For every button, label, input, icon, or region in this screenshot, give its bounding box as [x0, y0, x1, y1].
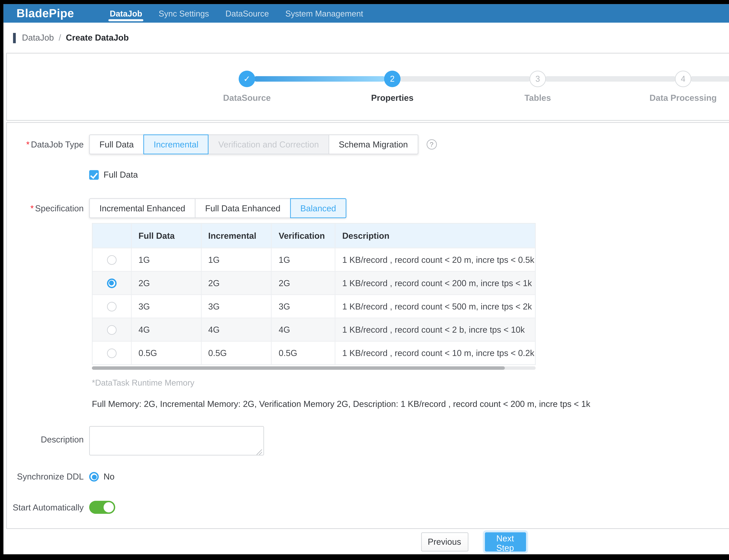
description-textarea-wrap [89, 426, 264, 458]
spec-row-4g[interactable]: 4G 4G 4G 1 KB/record , record count < 2 … [93, 318, 535, 341]
synchronize-ddl-row: Synchronize DDL No [7, 472, 729, 482]
page-title: Create DataJob [66, 33, 129, 43]
breadcrumb: DataJob / Create DataJob [4, 23, 729, 53]
top-nav: BladePipe DataJob Sync Settings DataSour… [4, 4, 729, 23]
nav-item-datasource[interactable]: DataSource [217, 4, 277, 23]
cell-full: 3G [132, 295, 201, 318]
radio-cell [93, 295, 132, 318]
full-data-checkbox-row: Full Data [7, 170, 729, 180]
spec-full-data-enhanced-button[interactable]: Full Data Enhanced [195, 198, 291, 218]
toggle-knob [104, 502, 114, 512]
spec-table-header: Full Data Incremental Verification Descr… [93, 224, 535, 248]
datajob-type-options: Full Data Incremental Verification and C… [89, 134, 418, 154]
app-logo[interactable]: BladePipe [16, 7, 74, 20]
wizard-footer: Previous Next Step [4, 529, 729, 554]
spec-radio-1g[interactable] [107, 255, 117, 265]
nav-item-sync-settings[interactable]: Sync Settings [151, 4, 217, 23]
cell-incremental: 4G [201, 318, 272, 341]
start-automatically-toggle[interactable] [89, 501, 115, 514]
properties-form-card: *DataJob Type Full Data Incremental Veri… [6, 122, 729, 529]
radio-column-header [93, 224, 132, 248]
cell-verification: 4G [272, 318, 335, 341]
step-3-label: Tables [524, 93, 551, 103]
wizard-stepper: ✓ 2 3 4 5 DataSource Properties Tables D… [239, 71, 729, 106]
spec-table: Full Data Incremental Verification Descr… [92, 223, 536, 365]
synchronize-ddl-radio[interactable] [89, 472, 99, 482]
spec-radio-2g[interactable] [107, 278, 117, 288]
step-4-number: 4 [681, 74, 685, 84]
required-asterisk: * [26, 140, 30, 149]
cell-incremental: 0.5G [201, 342, 272, 364]
next-step-button[interactable]: Next Step [484, 532, 526, 551]
radio-cell [93, 272, 132, 294]
step-1-circle: ✓ [239, 71, 255, 87]
help-icon[interactable]: ? [426, 139, 437, 150]
synchronize-ddl-label: Synchronize DDL [7, 472, 89, 482]
nav-item-system-management[interactable]: System Management [277, 4, 371, 23]
cell-verification: 0.5G [272, 342, 335, 364]
stepper-track: ✓ 2 3 4 5 [239, 71, 729, 87]
col-header-verification: Verification [272, 224, 335, 248]
description-textarea[interactable] [89, 426, 264, 455]
cell-incremental: 3G [201, 295, 272, 318]
spec-row-3g[interactable]: 3G 3G 3G 1 KB/record , record count < 50… [93, 294, 535, 318]
step-2-circle: 2 [384, 71, 400, 87]
datajob-type-incremental-button[interactable]: Incremental [143, 134, 209, 154]
cell-incremental: 2G [201, 272, 272, 294]
stepper-card: ✓ 2 3 4 5 DataSource Properties Tables D… [6, 53, 729, 121]
spec-radio-05g[interactable] [107, 348, 117, 358]
step-connector [399, 76, 531, 82]
spec-radio-4g[interactable] [107, 325, 117, 334]
scrollbar-thumb[interactable] [92, 366, 504, 370]
spec-incremental-enhanced-button[interactable]: Incremental Enhanced [89, 198, 196, 218]
step-2-number: 2 [390, 74, 394, 84]
previous-button[interactable]: Previous [421, 532, 468, 551]
step-connector-done [254, 76, 385, 82]
col-header-full-data: Full Data [132, 224, 201, 248]
cell-verification: 1G [272, 248, 335, 271]
breadcrumb-separator: / [59, 33, 61, 43]
cell-description: 1 KB/record , record count < 2 b, incre … [335, 318, 535, 341]
radio-cell [93, 248, 132, 271]
runtime-memory-note: *DataTask Runtime Memory [92, 378, 729, 388]
datajob-type-schema-migration-button[interactable]: Schema Migration [329, 134, 418, 154]
stepper-labels: DataSource Properties Tables Data Proces… [239, 93, 729, 106]
synchronize-ddl-option-no[interactable]: No [89, 472, 115, 482]
cell-full: 0.5G [132, 342, 201, 364]
full-data-checkbox[interactable] [89, 170, 99, 180]
cell-incremental: 1G [201, 248, 272, 271]
spec-row-05g[interactable]: 0.5G 0.5G 0.5G 1 KB/record , record coun… [93, 341, 535, 364]
step-1-label: DataSource [223, 93, 271, 103]
screenshot-stage: BladePipe DataJob Sync Settings DataSour… [0, 0, 729, 560]
spec-row-1g[interactable]: 1G 1G 1G 1 KB/record , record count < 20… [93, 248, 535, 271]
start-automatically-label: Start Automatically [7, 503, 89, 512]
cell-verification: 2G [272, 272, 335, 294]
cell-description: 1 KB/record , record count < 200 m, incr… [335, 272, 535, 294]
datajob-type-verification-button[interactable]: Verification and Correction [208, 134, 329, 154]
synchronize-ddl-option-label: No [104, 472, 115, 482]
specification-options: Incremental Enhanced Full Data Enhanced … [89, 198, 347, 218]
cell-description: 1 KB/record , record count < 10 m, incre… [335, 342, 535, 364]
nav-item-datajob[interactable]: DataJob [102, 4, 151, 23]
spec-row-2g-selected[interactable]: 2G 2G 2G 1 KB/record , record count < 20… [93, 271, 535, 294]
breadcrumb-parent-link[interactable]: DataJob [22, 33, 54, 43]
specification-label: *Specification [7, 203, 89, 213]
description-row: Description [7, 426, 729, 458]
spec-radio-3g[interactable] [107, 301, 117, 311]
cell-description: 1 KB/record , record count < 20 m, incre… [335, 248, 535, 271]
datajob-type-label: *DataJob Type [7, 140, 89, 149]
nav-menu: DataJob Sync Settings DataSource System … [102, 4, 371, 23]
start-automatically-row: Start Automatically [7, 501, 729, 514]
step-connector [690, 76, 729, 82]
step-4-label: Data Processing [650, 93, 717, 103]
table-horizontal-scrollbar [92, 366, 536, 370]
memory-summary: Full Memory: 2G, Incremental Memory: 2G,… [92, 399, 729, 409]
step-3-number: 3 [535, 74, 540, 84]
spec-balanced-button[interactable]: Balanced [290, 198, 346, 218]
col-header-incremental: Incremental [201, 224, 272, 248]
datajob-type-row: *DataJob Type Full Data Incremental Veri… [7, 134, 729, 154]
description-label: Description [7, 426, 89, 445]
radio-cell [93, 342, 132, 364]
datajob-type-full-data-button[interactable]: Full Data [89, 134, 144, 154]
check-icon: ✓ [244, 74, 250, 84]
